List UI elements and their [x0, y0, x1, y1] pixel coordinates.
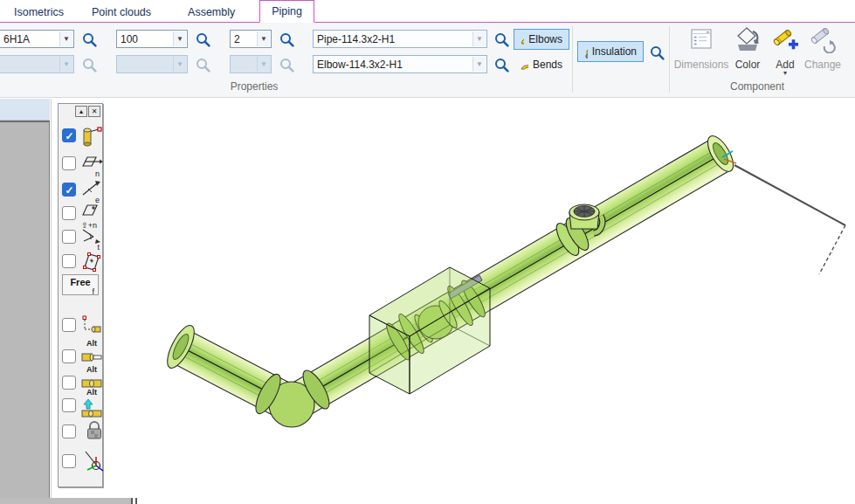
search-icon [493, 31, 510, 48]
search-icon [279, 57, 295, 73]
plane-add-icon [80, 202, 103, 219]
free-mode-button[interactable]: Free f [62, 274, 99, 295]
pipe-run[interactable] [162, 132, 845, 427]
pipe-endpoint-icon [80, 124, 103, 148]
change-label: Change [804, 59, 841, 71]
snap-checkbox-edge[interactable] [62, 183, 76, 197]
color-paint-icon [734, 25, 762, 53]
bends-button[interactable]: Bends [514, 54, 569, 75]
chevron-down-icon: ▼ [173, 57, 186, 72]
dimensions-icon [688, 26, 714, 52]
pipe-part-combo[interactable]: Pipe-114.3x2-H1 ▼ [313, 30, 487, 48]
edge-direction-icon [80, 178, 103, 199]
search-icon [81, 31, 98, 48]
search-icon [649, 45, 665, 61]
change-pipe-icon [809, 25, 837, 53]
snap-checkbox-plane[interactable] [62, 156, 76, 170]
application-window: Isometrics Point clouds Assembly Piping … [0, 0, 855, 504]
chevron-down-icon[interactable]: ▼ [472, 57, 486, 72]
horizontal-scrollbar[interactable] [0, 498, 131, 504]
bend-icon [521, 60, 528, 70]
pipeline-combo[interactable]: 6H1A ▼ [0, 30, 74, 48]
scrollbar-grip[interactable] [131, 498, 133, 504]
group-separator [572, 26, 573, 93]
tab-isometrics[interactable]: Isometrics [7, 2, 71, 22]
pipe-model-scene[interactable] [52, 99, 855, 504]
tangent-icon [80, 225, 103, 246]
dimensions-label: Dimensions [674, 59, 729, 71]
diameter-combo[interactable]: 100 ▼ [116, 30, 188, 48]
insulation-search-button[interactable] [648, 44, 665, 61]
pipeline-combo-value: 6H1A [0, 33, 30, 45]
dimensions-button[interactable]: Dimensions [674, 24, 728, 82]
count-combo[interactable]: 2 ▼ [230, 30, 272, 48]
color-button[interactable]: Color [728, 24, 767, 82]
snap-options-toolbox: ▲ ✕ n [58, 103, 103, 487]
bends-label: Bends [533, 59, 562, 71]
add-button[interactable]: Add ▾ [769, 24, 802, 82]
toolbox-close-button[interactable]: ✕ [88, 106, 100, 117]
chevron-down-icon: ▼ [59, 57, 72, 72]
insulation-icon [584, 45, 588, 59]
scrollbar-grip[interactable] [135, 498, 137, 504]
diameter-combo-2[interactable]: ▼ [116, 55, 188, 73]
suffix-label: n [95, 169, 100, 178]
pipe-part-search-button[interactable] [493, 31, 510, 48]
diameter-search-button[interactable] [194, 31, 211, 48]
snap-checkbox-pipe-segment[interactable] [62, 376, 76, 390]
chevron-down-icon[interactable]: ▼ [257, 31, 270, 46]
search-icon [195, 31, 211, 48]
pipeline-search-button[interactable] [80, 31, 98, 48]
toolbox-collapse-button[interactable]: ▲ [75, 106, 87, 117]
pipeline-search-button-2[interactable] [80, 56, 98, 73]
snap-checkbox-tangent[interactable] [62, 230, 76, 244]
docked-panel-header[interactable] [0, 99, 50, 121]
pipeline-combo-2[interactable]: ▼ [0, 55, 74, 73]
snap-checkbox-point[interactable] [62, 318, 76, 332]
alt-label: Alt [86, 339, 97, 348]
tab-point-clouds[interactable]: Point clouds [85, 2, 158, 22]
elbows-button[interactable]: Elbows [514, 29, 569, 50]
properties-group-label: Properties [210, 80, 298, 93]
snap-checkbox-lock[interactable] [62, 425, 76, 438]
search-icon [493, 57, 510, 73]
count-search-button[interactable] [278, 31, 295, 48]
snap-checkbox-pipe-endpoint[interactable] [62, 128, 76, 142]
snap-checkbox-pipe-lift[interactable] [62, 398, 76, 412]
tab-assembly[interactable]: Assembly [181, 2, 242, 22]
tab-piping[interactable]: Piping [259, 0, 314, 23]
3d-viewport[interactable] [51, 99, 855, 504]
elbow-part-combo-value: Elbow-114.3x2-H1 [317, 59, 403, 71]
diameter-combo-value: 100 [121, 33, 138, 45]
plane-points-icon [80, 250, 103, 273]
chevron-down-icon[interactable]: ▼ [472, 31, 486, 46]
coordinate-axes-icon [83, 450, 106, 474]
add-dropdown-caret[interactable]: ▾ [783, 71, 787, 76]
model-tree-panel[interactable] [0, 121, 50, 504]
insulation-button[interactable]: Insulation [577, 41, 644, 62]
snap-checkbox-pipe-end[interactable] [62, 349, 76, 363]
snap-checkbox-axes[interactable] [62, 454, 76, 468]
count-search-button-2[interactable] [278, 56, 295, 73]
elbow-part-search-button[interactable] [493, 56, 510, 73]
search-icon [81, 57, 98, 73]
diameter-search-button-2[interactable] [194, 56, 211, 73]
alt-pipe-lift-icon [80, 397, 103, 420]
elbow-part-combo[interactable]: Elbow-114.3x2-H1 ▼ [313, 55, 487, 73]
search-icon [195, 57, 211, 73]
count-combo-2[interactable]: ▼ [230, 55, 272, 73]
search-icon [279, 31, 295, 48]
alt-label: Alt [86, 365, 97, 374]
chevron-down-icon[interactable]: ▼ [59, 31, 72, 46]
snap-checkbox-plane-add[interactable] [62, 206, 76, 220]
snap-checkbox-plane-points[interactable] [62, 254, 76, 268]
chevron-down-icon[interactable]: ▼ [173, 31, 186, 46]
count-combo-value: 2 [234, 33, 240, 45]
change-button[interactable]: Change [800, 24, 845, 82]
ribbon: 6H1A ▼ 100 ▼ 2 ▼ [0, 23, 855, 98]
free-label: Free [63, 277, 98, 287]
lock-icon [83, 420, 106, 441]
selection-box [369, 267, 490, 394]
elbow-icon [521, 35, 524, 45]
component-group-label: Component [714, 80, 801, 93]
